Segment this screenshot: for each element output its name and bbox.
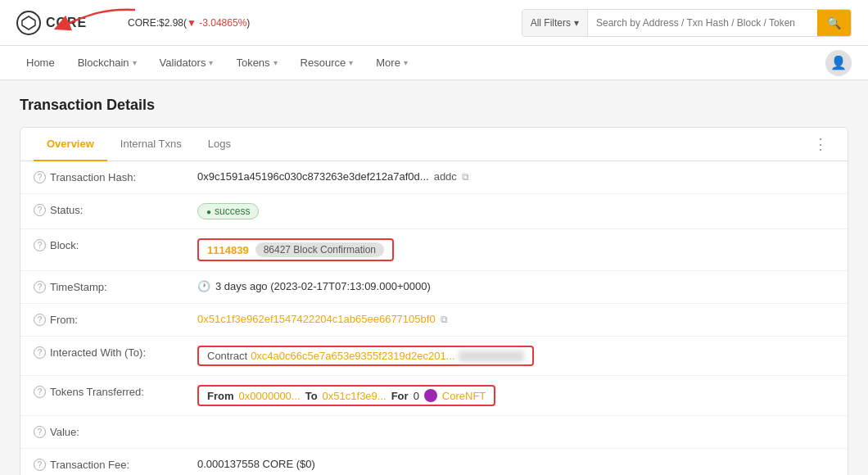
contract-address-blurred	[459, 351, 524, 362]
page-content: Transaction Details Overview Internal Tx…	[0, 80, 868, 475]
from-copy-icon[interactable]: ⧉	[441, 314, 448, 325]
tokens-chevron-icon: ▾	[274, 58, 278, 67]
value-label: ? Value:	[34, 425, 197, 438]
fee-value: 0.000137558 CORE ($0)	[197, 458, 834, 470]
search-area: All Filters ▾ 🔍	[522, 9, 852, 37]
tokens-label: ? Tokens Transferred:	[34, 385, 197, 398]
tokens-for-value: 0	[414, 390, 419, 402]
nav-item-home[interactable]: Home	[16, 46, 65, 80]
row-timestamp: ? TimeStamp: 🕐 3 days ago (2023-02-17T07…	[20, 271, 848, 304]
timestamp-help-icon[interactable]: ?	[34, 281, 46, 293]
transaction-card: Overview Internal Txns Logs ⋮ ? Transact…	[20, 127, 848, 475]
page-title: Transaction Details	[20, 97, 848, 114]
tx-hash-suffix: addc	[434, 170, 457, 183]
validators-chevron-icon: ▾	[209, 58, 213, 67]
block-number[interactable]: 1114839	[207, 244, 249, 256]
status-badge: ● success	[197, 203, 259, 219]
status-label: ? Status:	[34, 203, 197, 216]
timestamp-label: ? TimeStamp:	[34, 280, 197, 293]
price-label: CORE:	[128, 17, 159, 29]
row-tokens: ? Tokens Transferred: From 0x0000000... …	[20, 376, 848, 416]
tabs-more-icon[interactable]: ⋮	[807, 129, 834, 160]
tokens-nft-name[interactable]: CoreNFT	[442, 390, 486, 402]
block-value: 1114839 86427 Block Confirmation	[197, 238, 834, 261]
tx-hash-text: 0x9c1591a45196c030c873263e3def212a7af0d.…	[197, 170, 429, 183]
nav-item-validators[interactable]: Validators ▾	[150, 46, 224, 80]
price-change: ▼ -3.04865%	[187, 17, 246, 29]
tx-hash-copy-icon[interactable]: ⧉	[462, 171, 469, 183]
filter-chevron-icon: ▾	[574, 17, 579, 29]
tx-hash-value: 0x9c1591a45196c030c873263e3def212a7af0d.…	[197, 170, 834, 183]
tokens-for-label: For	[391, 390, 409, 402]
row-interacted: ? Interacted With (To): Contract 0xc4a0c…	[20, 337, 848, 376]
tab-internal-txns[interactable]: Internal Txns	[107, 128, 195, 161]
status-value: ● success	[197, 203, 834, 219]
interacted-box: Contract 0xc4a0c66c5e7a653e9355f2319d2ec…	[197, 346, 534, 366]
status-dot-icon: ●	[206, 207, 211, 216]
fee-help-icon[interactable]: ?	[34, 459, 46, 471]
logo-text: CORE	[46, 16, 87, 30]
filter-label: All Filters	[531, 17, 571, 29]
nft-icon	[424, 389, 437, 402]
row-block: ? Block: 1114839 86427 Block Confirmatio…	[20, 229, 848, 271]
block-help-icon[interactable]: ?	[34, 239, 46, 251]
tokens-value: From 0x0000000... To 0x51c1f3e9... For 0…	[197, 385, 834, 406]
tokens-from-label: From	[207, 390, 234, 402]
nav-item-more[interactable]: More ▾	[366, 46, 418, 80]
interacted-label: ? Interacted With (To):	[34, 346, 197, 359]
tabs-bar: Overview Internal Txns Logs ⋮	[20, 128, 848, 161]
tokens-to-label: To	[305, 390, 318, 402]
svg-marker-0	[22, 16, 35, 29]
from-label: ? From:	[34, 313, 197, 326]
resource-chevron-icon: ▾	[349, 58, 353, 67]
logo-icon	[16, 11, 41, 35]
user-icon: 👤	[830, 55, 847, 70]
navigation: Home Blockchain ▾ Validators ▾ Tokens ▾ …	[0, 46, 868, 80]
from-value: 0x51c1f3e962ef1547422204c1ab65ee6677105b…	[197, 313, 834, 325]
search-button[interactable]: 🔍	[817, 10, 851, 36]
from-help-icon[interactable]: ?	[34, 314, 46, 326]
tab-overview[interactable]: Overview	[34, 128, 107, 161]
nav-item-resource[interactable]: Resource ▾	[291, 46, 364, 80]
contract-label: Contract	[207, 350, 247, 362]
from-address[interactable]: 0x51c1f3e962ef1547422204c1ab65ee6677105b…	[197, 313, 436, 325]
logo-area: CORE	[16, 11, 115, 35]
status-help-icon[interactable]: ?	[34, 204, 46, 216]
block-label: ? Block:	[34, 238, 197, 251]
block-highlight-box: 1114839 86427 Block Confirmation	[197, 238, 394, 261]
tx-hash-help-icon[interactable]: ?	[34, 171, 46, 183]
blockchain-chevron-icon: ▾	[133, 58, 137, 67]
block-confirmation-badge: 86427 Block Confirmation	[255, 242, 384, 257]
interacted-help-icon[interactable]: ?	[34, 346, 46, 359]
row-transaction-hash: ? Transaction Hash: 0x9c1591a45196c030c8…	[20, 161, 848, 194]
timestamp-value: 🕐 3 days ago (2023-02-17T07:13:09.000+00…	[197, 280, 834, 292]
price-value: $2.98	[159, 17, 183, 29]
price-display: CORE:$2.98(▼ -3.04865%)	[128, 17, 250, 29]
user-avatar[interactable]: 👤	[825, 50, 852, 76]
nav-item-tokens[interactable]: Tokens ▾	[226, 46, 287, 80]
contract-address[interactable]: 0xc4a0c66c5e7a653e9355f2319d2ec201...	[251, 350, 454, 362]
row-fee: ? Transaction Fee: 0.000137558 CORE ($0)	[20, 449, 848, 475]
tx-hash-label: ? Transaction Hash:	[34, 170, 197, 183]
row-status: ? Status: ● success	[20, 194, 848, 229]
row-value: ? Value:	[20, 416, 848, 449]
filter-button[interactable]: All Filters ▾	[522, 10, 588, 36]
detail-table: ? Transaction Hash: 0x9c1591a45196c030c8…	[20, 161, 848, 475]
value-help-icon[interactable]: ?	[34, 426, 46, 438]
tokens-to-address[interactable]: 0x51c1f3e9...	[323, 390, 387, 402]
search-input[interactable]	[588, 10, 817, 36]
tokens-help-icon[interactable]: ?	[34, 386, 46, 398]
tokens-from-address[interactable]: 0x0000000...	[239, 390, 301, 402]
tokens-box: From 0x0000000... To 0x51c1f3e9... For 0…	[197, 385, 495, 406]
more-chevron-icon: ▾	[404, 58, 408, 67]
interacted-value: Contract 0xc4a0c66c5e7a653e9355f2319d2ec…	[197, 346, 834, 366]
fee-label: ? Transaction Fee:	[34, 458, 197, 471]
row-from: ? From: 0x51c1f3e962ef1547422204c1ab65ee…	[20, 304, 848, 337]
tab-logs[interactable]: Logs	[195, 128, 244, 161]
nav-item-blockchain[interactable]: Blockchain ▾	[68, 46, 147, 80]
clock-icon: 🕐	[197, 280, 210, 292]
search-icon: 🔍	[827, 16, 841, 29]
